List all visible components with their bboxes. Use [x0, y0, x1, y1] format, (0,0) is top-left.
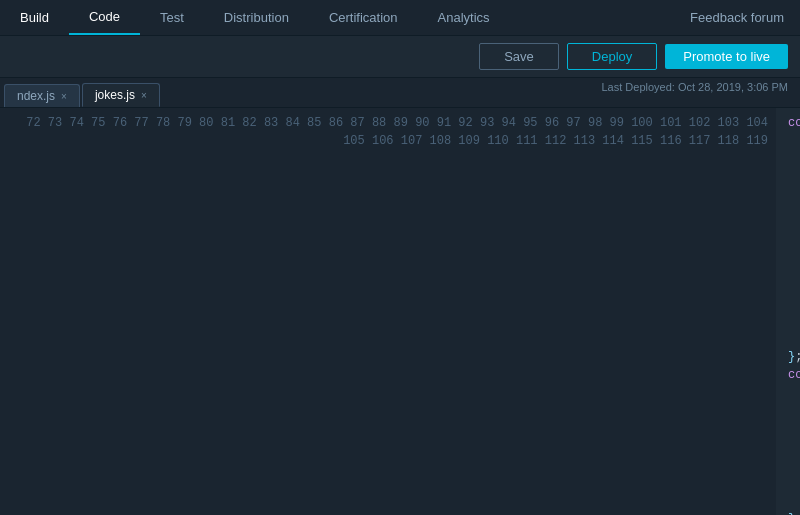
nav-certification[interactable]: Certification: [309, 0, 418, 35]
save-button[interactable]: Save: [479, 43, 559, 70]
nav-test[interactable]: Test: [140, 0, 204, 35]
deploy-button[interactable]: Deploy: [567, 43, 657, 70]
code-text[interactable]: const CancelAndStopIntentHandler = { can…: [776, 108, 800, 515]
nav-analytics[interactable]: Analytics: [418, 0, 510, 35]
promote-button[interactable]: Promote to live: [665, 44, 788, 69]
tab-index-js-close[interactable]: ×: [61, 91, 67, 102]
tab-index-js-label: ndex.js: [17, 89, 55, 103]
code-editor: 72 73 74 75 76 77 78 79 80 81 82 83 84 8…: [0, 108, 800, 515]
line-numbers: 72 73 74 75 76 77 78 79 80 81 82 83 84 8…: [0, 108, 776, 515]
deploy-timestamp: Last Deployed: Oct 28, 2019, 3:06 PM: [601, 81, 788, 93]
feedback-button[interactable]: Feedback forum: [674, 10, 800, 25]
nav-distribution[interactable]: Distribution: [204, 0, 309, 35]
tab-jokes-js[interactable]: jokes.js ×: [82, 83, 160, 107]
tab-jokes-js-close[interactable]: ×: [141, 90, 147, 101]
tab-jokes-js-label: jokes.js: [95, 88, 135, 102]
top-navigation: Build Code Test Distribution Certificati…: [0, 0, 800, 36]
toolbar: Save Deploy Promote to live Last Deploye…: [0, 36, 800, 78]
tab-index-js[interactable]: ndex.js ×: [4, 84, 80, 107]
nav-code[interactable]: Code: [69, 0, 140, 35]
nav-build[interactable]: Build: [0, 0, 69, 35]
